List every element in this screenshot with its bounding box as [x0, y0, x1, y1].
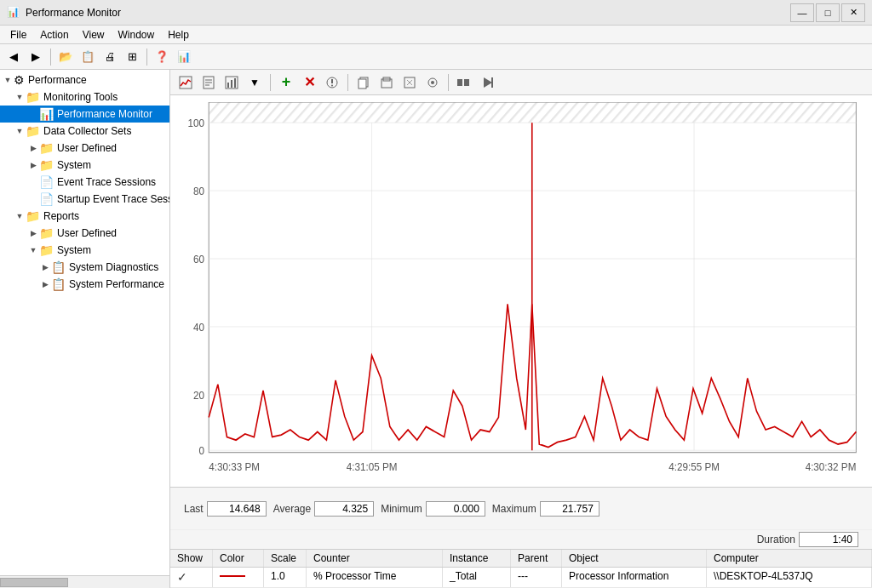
sp-expander: ▶	[39, 278, 51, 290]
stat-average: Average 4.325	[273, 501, 374, 517]
sidebar-item-performance-monitor[interactable]: 📊 Performance Monitor	[0, 106, 169, 123]
menu-action[interactable]: Action	[33, 27, 75, 43]
monitoring-tools-expander: ▼	[14, 91, 26, 103]
view-dropdown-btn[interactable]: ▼	[244, 73, 265, 92]
stats-bar: Last 14.648 Average 4.325 Minimum 0.000 …	[170, 487, 872, 529]
menu-file[interactable]: File	[3, 27, 33, 43]
svg-text:60: 60	[193, 253, 204, 265]
highlight-btn[interactable]	[422, 73, 443, 92]
rep-expander: ▼	[14, 210, 26, 222]
sys2-icon: 📁	[39, 243, 54, 257]
forward-button[interactable]: ▶	[26, 47, 46, 67]
counter-table: Show Color Scale Counter Instance Parent…	[170, 549, 872, 588]
scrollbar-thumb[interactable]	[0, 578, 68, 587]
duration-value: 1:40	[799, 532, 858, 547]
view-report-btn[interactable]	[198, 73, 219, 92]
header-show: Show	[170, 550, 213, 567]
menu-help[interactable]: Help	[161, 27, 196, 43]
header-object: Object	[562, 550, 707, 567]
performance-chart: 100 80 60 40 20 0	[177, 102, 865, 483]
back-button[interactable]: ◀	[3, 47, 24, 67]
svg-rect-13	[359, 79, 366, 88]
left-panel-scrollbar[interactable]	[0, 575, 169, 588]
sidebar-item-system-2[interactable]: ▼ 📁 System	[0, 242, 169, 259]
svg-marker-23	[484, 77, 492, 88]
svg-rect-6	[227, 83, 229, 88]
help-button[interactable]: ❓	[152, 47, 172, 67]
gtb-sep1	[270, 74, 271, 91]
svg-rect-7	[231, 80, 232, 88]
app-icon: 📊	[7, 6, 20, 20]
sidebar-item-data-collector-sets[interactable]: ▼ 📁 Data Collector Sets	[0, 123, 169, 140]
sidebar-item-monitoring-tools[interactable]: ▼ 📁 Monitoring Tools	[0, 88, 169, 106]
minimum-label: Minimum	[381, 503, 422, 515]
print-button[interactable]: 🖨	[100, 47, 120, 67]
ud1-icon: 📁	[39, 141, 54, 155]
table-row[interactable]: ✓ 1.0 % Processor Time _Total --- Proces…	[170, 568, 872, 588]
svg-point-11	[331, 84, 333, 86]
menu-window[interactable]: Window	[112, 27, 162, 43]
tree-root[interactable]: ▼ ⚙ Performance	[0, 71, 169, 88]
perf-mon-label: Performance Monitor	[57, 108, 152, 120]
dcs-expander: ▼	[14, 125, 26, 137]
copy-image-btn[interactable]	[353, 73, 374, 92]
row-parent: ---	[511, 568, 562, 587]
toolbar-sep-2	[146, 49, 147, 66]
svg-text:4:29:55 PM: 4:29:55 PM	[668, 461, 720, 474]
show-checkbox[interactable]: ✓	[177, 570, 187, 584]
monitoring-tools-label: Monitoring Tools	[43, 91, 118, 103]
paste-image-btn[interactable]	[376, 73, 397, 92]
menu-view[interactable]: View	[76, 27, 112, 43]
sidebar-item-reports[interactable]: ▼ 📁 Reports	[0, 208, 169, 225]
toolbar-sep-1	[50, 49, 51, 66]
title-bar: 📊 Performance Monitor — □ ✕	[0, 0, 872, 26]
svg-text:100: 100	[187, 117, 204, 129]
sidebar-item-system-performance[interactable]: ▶ 📋 System Performance	[0, 276, 169, 293]
chart-area: 100 80 60 40 20 0	[170, 95, 872, 487]
counter-table-header: Show Color Scale Counter Instance Parent…	[170, 550, 872, 568]
add-counter-btn[interactable]: +	[276, 73, 296, 92]
main-toolbar: ◀ ▶ 📂 📋 🖨 ⊞ ❓ 📊	[0, 44, 872, 70]
clear-display-btn[interactable]	[399, 73, 420, 92]
svg-rect-8	[234, 78, 236, 88]
delete-counter-btn[interactable]: ✕	[299, 73, 319, 92]
perf-mon-icon: 📊	[39, 107, 54, 121]
menu-bar: File Action View Window Help	[0, 26, 872, 44]
open-button[interactable]: 📂	[55, 47, 76, 67]
color-swatch	[220, 570, 245, 582]
main-container: ▼ ⚙ Performance ▼ 📁 Monitoring Tools 📊 P…	[0, 70, 872, 588]
sidebar-item-system-diagnostics[interactable]: ▶ 📋 System Diagnostics	[0, 259, 169, 276]
close-button[interactable]: ✕	[841, 3, 865, 22]
sys1-icon: 📁	[39, 158, 54, 172]
counter-properties-btn[interactable]	[322, 73, 342, 92]
sd-expander: ▶	[39, 261, 51, 273]
header-instance: Instance	[443, 550, 511, 567]
header-parent: Parent	[511, 550, 562, 567]
sidebar-item-user-defined-2[interactable]: ▶ 📁 User Defined	[0, 225, 169, 242]
sidebar-item-system-1[interactable]: ▶ 📁 System	[0, 157, 169, 174]
monitor-button[interactable]: 📊	[174, 47, 194, 67]
root-label: Performance	[28, 74, 87, 86]
view-histogram-btn[interactable]	[221, 73, 242, 92]
sidebar-item-user-defined-1[interactable]: ▶ 📁 User Defined	[0, 140, 169, 157]
minimize-button[interactable]: —	[790, 3, 814, 22]
header-scale: Scale	[264, 550, 307, 567]
update-btn[interactable]	[477, 73, 497, 92]
stat-maximum: Maximum 21.757	[492, 501, 600, 517]
svg-text:40: 40	[193, 321, 204, 334]
maximize-button[interactable]: □	[816, 3, 840, 22]
svg-rect-0	[180, 77, 192, 88]
duration-label: Duration	[757, 534, 795, 545]
sidebar-item-startup-event[interactable]: 📄 Startup Event Trace Sess…	[0, 191, 169, 208]
row-counter: % Processor Time	[307, 568, 443, 587]
view-graph-btn[interactable]	[175, 73, 196, 92]
stat-last: Last 14.648	[184, 501, 267, 517]
new-folder-button[interactable]: 📋	[77, 47, 98, 67]
properties-toolbar-btn[interactable]: ⊞	[122, 47, 142, 67]
right-panel: ▼ + ✕	[170, 70, 872, 588]
dcs-icon: 📁	[26, 124, 40, 138]
sidebar-item-event-trace[interactable]: 📄 Event Trace Sessions	[0, 174, 169, 191]
freeze-btn[interactable]	[454, 73, 474, 92]
row-instance: _Total	[443, 568, 511, 587]
svg-text:80: 80	[193, 185, 204, 197]
